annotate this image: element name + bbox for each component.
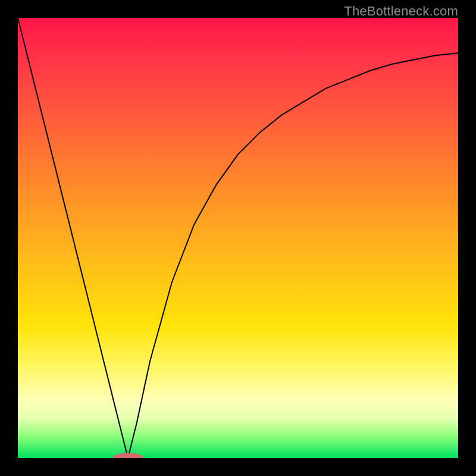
min-marker [112, 453, 143, 458]
chart-svg [18, 18, 458, 458]
bottleneck-curve [18, 18, 458, 458]
plot-area [18, 18, 458, 458]
watermark-text: TheBottleneck.com [344, 4, 458, 19]
chart-frame: TheBottleneck.com [0, 0, 476, 476]
